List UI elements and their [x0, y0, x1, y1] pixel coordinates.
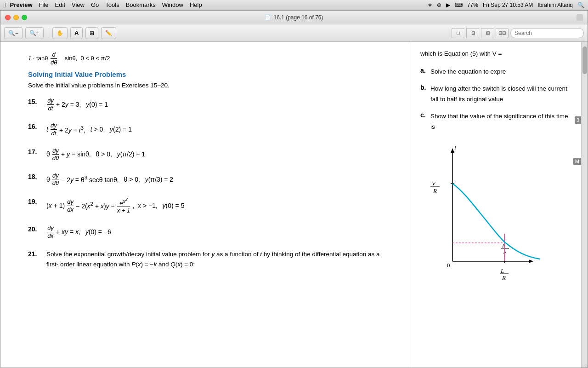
text-icon: A [74, 29, 79, 36]
graph-svg: V R i 0 L R I [420, 142, 549, 284]
menu-items: Preview File Edit View Go Tools Bookmark… [10, 1, 202, 8]
username: Ibrahim Altariq [537, 2, 573, 8]
problem-content-20: dydx + xy = x, y(0) = −6 [46, 224, 111, 239]
traffic-lights [5, 15, 27, 20]
svg-marker-3 [529, 259, 533, 263]
hand-icon: ✋ [57, 30, 63, 36]
problem-21: 21. Solve the exponential growth/decay i… [28, 249, 388, 269]
problem-num-20: 20. [28, 224, 46, 233]
view-grid-button[interactable]: ⊞ [481, 28, 494, 38]
svg-text:V: V [432, 180, 436, 187]
zoom-out-button[interactable]: 🔍− [4, 27, 23, 39]
resize-icon[interactable] [577, 14, 583, 21]
preview-window: 📄 16.1 (page 16 of 76) 🔍− 🔍+ ✋ A ⊞ ✏️ □ … [0, 10, 588, 368]
problem-content-21: Solve the exponential growth/decay initi… [46, 249, 388, 269]
search-input[interactable] [510, 28, 584, 38]
datetime: Fri Sep 27 10:53 AM [483, 2, 533, 8]
svg-text:0: 0 [447, 262, 450, 269]
keyboard-icon: ⌨ [455, 2, 463, 8]
bluetooth-icon: ∗ [428, 2, 432, 8]
page-number-m: M [573, 158, 581, 165]
toolbar: 🔍− 🔍+ ✋ A ⊞ ✏️ □ ⊟ ⊞ ⊟⊟ [0, 24, 588, 42]
menu-tools[interactable]: Tools [105, 1, 119, 8]
svg-text:R: R [502, 274, 506, 281]
problem-num-17: 17. [28, 147, 46, 155]
problem-15: 15. dydt + 2y = 3, y(0) = 1 [28, 97, 388, 112]
grid-tool-button[interactable]: ⊞ [85, 27, 98, 39]
problem-num-21: 21. [28, 249, 46, 258]
zoom-out-icon: 🔍− [8, 30, 18, 36]
hand-tool-button[interactable]: ✋ [52, 27, 68, 39]
problem-content-17: θ dydθ + y = sinθ, θ > 0, y(π/2) = 1 [46, 147, 145, 162]
problem-19: 19. (x + 1) dydx − 2(x2 + x)y = ex2 x + … [28, 197, 388, 214]
menu-edit[interactable]: Edit [55, 1, 65, 8]
draw-tool-button[interactable]: ✏️ [101, 27, 116, 39]
view-strip-button[interactable]: ⊟⊟ [496, 28, 509, 38]
right-item-b: b. How long after the switch is closed w… [420, 84, 572, 105]
right-top-text: which is Equation (5) with V = [420, 49, 572, 59]
left-page: 1 · tanθ d dθ sinθ, 0 < θ < π/2 Solving … [0, 42, 411, 368]
item-c-label: c. [420, 111, 428, 132]
zoom-in-button[interactable]: 🔍+ [25, 27, 44, 39]
section-title: Solving Initial Value Problems [28, 70, 388, 78]
content-area: 1 · tanθ d dθ sinθ, 0 < θ < π/2 Solving … [0, 42, 588, 368]
item-b-label: b. [420, 84, 428, 105]
view-dual-button[interactable]: ⊟ [466, 28, 479, 38]
item-c-text: Show that the value of the significance … [430, 111, 572, 132]
problem-num-15: 15. [28, 97, 46, 105]
section-intro: Solve the initial value problems in Exer… [28, 82, 388, 89]
svg-text:i: i [454, 144, 456, 151]
page-number-3: 3 [575, 116, 581, 124]
close-button[interactable] [5, 15, 11, 20]
svg-marker-1 [451, 148, 454, 153]
problem-18: 18. θ dydθ − 2y = θ3 secθ tanθ, θ > 0, y… [28, 172, 388, 187]
menu-help[interactable]: Help [190, 1, 202, 8]
problem-num-16: 16. [28, 122, 46, 130]
apple-icon:  [4, 1, 6, 9]
text-tool-button[interactable]: A [70, 27, 83, 39]
item-a-text: Solve the equation to expre [430, 67, 506, 77]
svg-text:R: R [433, 187, 437, 194]
menu-file[interactable]: File [39, 1, 49, 8]
right-page: which is Equation (5) with V = a. Solve … [411, 42, 581, 368]
problem-content-16: t dydt + 2y = t3, t > 0, y(2) = 1 [46, 122, 132, 137]
window-title: 📄 16.1 (page 16 of 76) [265, 14, 323, 21]
document-icon: 📄 [265, 14, 271, 20]
right-item-c: c. Show that the value of the significan… [420, 111, 572, 132]
problem-16: 16. t dydt + 2y = t3, t > 0, y(2) = 1 [28, 122, 388, 137]
problem-20: 20. dydx + xy = x, y(0) = −6 [28, 224, 388, 239]
scrollbar[interactable] [581, 42, 588, 368]
graph-container: V R i 0 L R I [420, 142, 572, 286]
menu-view[interactable]: View [72, 1, 85, 8]
item-a-label: a. [420, 67, 428, 77]
problem-content-18: θ dydθ − 2y = θ3 secθ tanθ, θ > 0, y(π/3… [46, 172, 173, 187]
problem-content-19: (x + 1) dydx − 2(x2 + x)y = ex2 x + 1 , … [46, 197, 184, 214]
svg-text:L: L [500, 267, 504, 274]
menu-bookmarks[interactable]: Bookmarks [126, 1, 156, 8]
zoom-in-icon: 🔍+ [29, 30, 40, 36]
top-formula: 1 · tanθ d dθ sinθ, 0 < θ < π/2 [28, 51, 388, 66]
menu-preview[interactable]: Preview [10, 1, 32, 8]
menubar:  Preview File Edit View Go Tools Bookma… [0, 0, 588, 10]
minimize-button[interactable] [13, 15, 19, 20]
separator [48, 28, 48, 38]
problem-17: 17. θ dydθ + y = sinθ, θ > 0, y(π/2) = 1 [28, 147, 388, 162]
volume-icon: ▶ [446, 2, 450, 8]
wifi-icon: ⊜ [437, 2, 441, 8]
problem-num-18: 18. [28, 172, 46, 180]
titlebar: 📄 16.1 (page 16 of 76) [0, 11, 588, 24]
maximize-button[interactable] [22, 15, 27, 20]
grid-icon: ⊞ [90, 30, 94, 36]
battery-status: 77% [467, 2, 478, 8]
scrollbar-thumb[interactable] [582, 46, 587, 74]
menu-window[interactable]: Window [162, 1, 183, 8]
item-b-text: How long after the switch is closed will… [430, 84, 572, 105]
toolbar-right: □ ⊟ ⊞ ⊟⊟ [452, 28, 584, 38]
problem-content-15: dydt + 2y = 3, y(0) = 1 [46, 97, 108, 112]
pencil-icon: ✏️ [105, 30, 112, 36]
menu-go[interactable]: Go [91, 1, 99, 8]
right-item-a: a. Solve the equation to expre [420, 67, 572, 77]
view-single-button[interactable]: □ [452, 28, 464, 38]
search-icon[interactable]: 🔍 [577, 2, 584, 8]
problem-num-19: 19. [28, 197, 46, 205]
